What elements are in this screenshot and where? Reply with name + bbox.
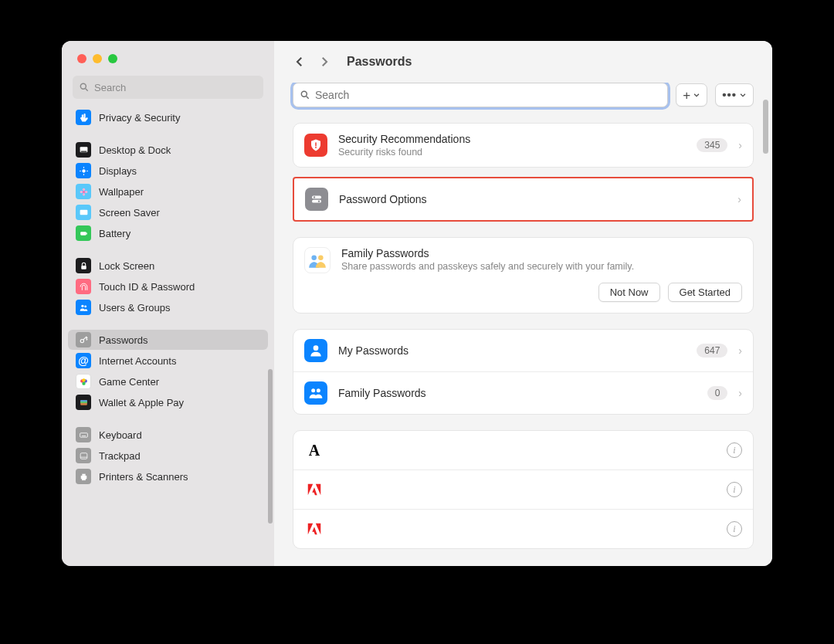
- more-options-button[interactable]: •••: [715, 83, 754, 107]
- family-passwords-promo: Family Passwords Share passwords and pas…: [293, 237, 754, 314]
- password-entry-row[interactable]: i: [293, 510, 753, 548]
- chevron-left-icon: [293, 55, 307, 69]
- sidebar-item-internet-accounts[interactable]: @Internet Accounts: [68, 351, 268, 371]
- chevron-right-icon: ›: [738, 387, 742, 399]
- row-text: Password Options: [339, 193, 727, 205]
- sidebar-item-wallet-apple-pay[interactable]: Wallet & Apple Pay: [68, 392, 268, 412]
- svg-rect-15: [80, 232, 86, 235]
- sidebar-separator: [68, 318, 268, 329]
- add-password-button[interactable]: +: [676, 83, 707, 107]
- info-button[interactable]: i: [727, 482, 742, 497]
- svg-point-9: [82, 190, 84, 192]
- password-search-field[interactable]: [293, 83, 668, 107]
- password-group-row[interactable]: Family Passwords 0 ›: [293, 372, 753, 414]
- sidebar-separator: [68, 244, 268, 255]
- shield-alert-icon: [304, 134, 327, 157]
- search-icon: [79, 82, 90, 93]
- sidebar-item-touch-id-password[interactable]: Touch ID & Password: [68, 276, 268, 297]
- password-options-row[interactable]: Password Options ›: [294, 178, 752, 220]
- sidebar-item-game-center[interactable]: Game Center: [68, 371, 268, 391]
- svg-rect-33: [82, 473, 85, 475]
- svg-point-44: [314, 345, 319, 351]
- get-started-button[interactable]: Get Started: [668, 283, 742, 302]
- svg-rect-30: [80, 452, 87, 459]
- sidebar-item-label: Lock Screen: [99, 260, 154, 272]
- wallet-icon: [76, 395, 91, 410]
- svg-point-18: [81, 304, 83, 307]
- sidebar-item-printers-scanners[interactable]: Printers & Scanners: [68, 466, 268, 486]
- security-recommendations-row[interactable]: Security Recommendations Security risks …: [293, 124, 753, 167]
- password-entry-row[interactable]: A i: [293, 431, 753, 470]
- sun-icon: [76, 163, 91, 178]
- sidebar-item-label: Users & Groups: [99, 302, 170, 314]
- switches-icon: [310, 192, 324, 206]
- minimize-window-button[interactable]: [93, 54, 102, 63]
- family-promo-row: Family Passwords Share passwords and pas…: [293, 238, 753, 283]
- sidebar-item-passwords[interactable]: Passwords: [68, 330, 268, 350]
- group-icon: [304, 339, 327, 362]
- entry-label-redacted: [335, 519, 544, 539]
- close-window-button[interactable]: [77, 54, 86, 63]
- svg-rect-40: [312, 200, 321, 203]
- svg-point-37: [315, 147, 317, 148]
- password-search-input[interactable]: [315, 89, 661, 101]
- sidebar-item-wallpaper[interactable]: Wallpaper: [68, 181, 268, 202]
- sidebar: Search Privacy & SecurityDesktop & DockD…: [62, 41, 274, 566]
- sidebar-item-trackpad[interactable]: Trackpad: [68, 446, 268, 466]
- password-group-row[interactable]: My Passwords 647 ›: [293, 330, 753, 372]
- sidebar-item-label: Battery: [99, 228, 131, 239]
- svg-rect-27: [80, 401, 87, 402]
- sidebar-item-desktop-dock[interactable]: Desktop & Dock: [68, 140, 268, 160]
- svg-rect-17: [81, 265, 86, 269]
- svg-line-1: [86, 89, 88, 91]
- row-title: Security Recommendations: [338, 133, 686, 145]
- promo-button-row: Not Now Get Started: [293, 283, 753, 313]
- lock-icon: [76, 258, 91, 273]
- flower-icon: [76, 184, 91, 199]
- sidebar-item-privacy-security[interactable]: Privacy & Security: [68, 107, 268, 127]
- sidebar-item-battery[interactable]: Battery: [68, 223, 268, 243]
- chevron-right-icon: ›: [737, 193, 741, 205]
- entry-label-redacted: [335, 440, 544, 460]
- sidebar-item-displays[interactable]: Displays: [68, 161, 268, 181]
- svg-point-23: [82, 381, 85, 385]
- plus-icon: +: [683, 89, 690, 102]
- password-options-card: Password Options ›: [293, 177, 754, 222]
- svg-point-46: [317, 388, 320, 392]
- password-entry-row[interactable]: i: [293, 470, 753, 510]
- zoom-window-button[interactable]: [108, 54, 117, 63]
- sidebar-separator: [68, 413, 268, 424]
- main-pane: Passwords + •••: [274, 41, 772, 566]
- info-button[interactable]: i: [727, 521, 742, 537]
- sidebar-item-label: Touch ID & Password: [99, 281, 195, 293]
- family-icon: [304, 247, 331, 273]
- row-text: Security Recommendations Security risks …: [338, 133, 686, 158]
- sidebar-item-screen-saver[interactable]: Screen Saver: [68, 202, 268, 222]
- shield-icon: [309, 138, 323, 152]
- sidebar-item-keyboard[interactable]: Keyboard: [68, 425, 268, 445]
- page-title: Passwords: [347, 55, 412, 69]
- forward-button[interactable]: [317, 55, 331, 69]
- main-scrollbar[interactable]: [763, 100, 768, 154]
- finger-icon: [76, 279, 91, 294]
- count-badge: 0: [707, 386, 728, 400]
- search-icon: [300, 90, 310, 100]
- site-icon: A: [304, 440, 324, 460]
- svg-point-45: [311, 388, 315, 392]
- row-title: Family Passwords: [341, 247, 742, 259]
- print-icon: [76, 469, 91, 484]
- sidebar-scrollbar[interactable]: [268, 369, 273, 524]
- password-search-row: + •••: [293, 83, 754, 107]
- row-text: My Passwords: [338, 344, 686, 357]
- sidebar-item-users-groups[interactable]: Users & Groups: [68, 297, 268, 317]
- svg-point-12: [80, 190, 82, 192]
- info-button[interactable]: i: [727, 442, 742, 458]
- sidebar-search[interactable]: Search: [73, 76, 263, 99]
- sidebar-item-lock-screen[interactable]: Lock Screen: [68, 256, 268, 276]
- site-icon: [304, 519, 324, 539]
- not-now-button[interactable]: Not Now: [598, 283, 660, 302]
- kb-icon: [76, 427, 91, 442]
- hand-icon: [76, 110, 91, 125]
- back-button[interactable]: [293, 55, 307, 69]
- row-title: Family Passwords: [338, 387, 697, 399]
